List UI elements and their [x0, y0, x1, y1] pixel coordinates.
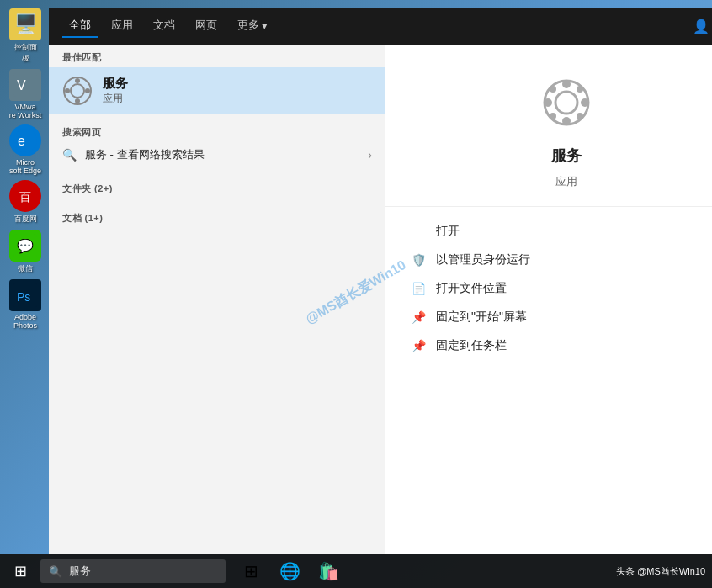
svg-point-19 — [562, 117, 571, 125]
shield-icon: 🛡️ — [411, 252, 426, 268]
svg-text:💬: 💬 — [17, 238, 34, 254]
store-icon: 🛍️ — [318, 561, 339, 581]
svg-text:Ps: Ps — [17, 290, 30, 304]
taskbar-right: 头条 @MS酋长Win10 — [616, 565, 712, 578]
search-topbar-right: 👤 ••• — [693, 19, 712, 34]
right-panel-subtitle: 应用 — [555, 174, 577, 189]
desktop-icon-control-panel[interactable]: 🖥️ 控制面板 — [3, 8, 47, 64]
best-match-info: 服务 应用 — [103, 76, 128, 106]
web-search-item[interactable]: 🔍 服务 - 查看网络搜索结果 › — [49, 142, 385, 167]
doc-section-label: 文档 (1+) — [49, 205, 385, 228]
svg-point-23 — [577, 113, 583, 119]
chevron-down-icon: ▾ — [262, 19, 268, 32]
right-panel-title: 服务 — [551, 146, 582, 166]
svg-point-21 — [581, 98, 589, 107]
search-topbar: 全部 应用 文档 网页 更多 ▾ 👤 ••• — [49, 8, 712, 45]
task-view-icon: ⊞ — [244, 561, 258, 581]
context-menu-run-admin[interactable]: 🛡️ 以管理员身份运行 — [385, 246, 712, 274]
open-icon — [411, 224, 426, 239]
taskbar-search-box[interactable]: 🔍 服务 — [40, 559, 226, 583]
web-search-section: 搜索网页 🔍 服务 - 查看网络搜索结果 › — [49, 114, 385, 172]
tab-all[interactable]: 全部 — [62, 14, 98, 38]
folder-section: 文件夹 (2+) — [49, 172, 385, 202]
svg-point-20 — [544, 98, 552, 107]
search-overlay: 全部 应用 文档 网页 更多 ▾ 👤 ••• 最佳匹配 — [49, 8, 712, 554]
services-large-icon — [542, 78, 591, 137]
tab-apps[interactable]: 应用 — [104, 14, 140, 38]
run-admin-label: 以管理员身份运行 — [436, 252, 530, 268]
folder-section-label: 文件夹 (2+) — [49, 176, 385, 199]
desktop-icon-photoshop[interactable]: Ps AdobePhotos — [3, 279, 47, 330]
search-content: 最佳匹配 服务 — [49, 45, 712, 554]
desktop-icon-wechat[interactable]: 💬 微信 — [3, 230, 47, 274]
tab-more[interactable]: 更多 ▾ — [231, 14, 274, 38]
arrow-right-icon: › — [368, 148, 372, 162]
taskbar-search-text: 服务 — [69, 564, 91, 579]
user-icon[interactable]: 👤 — [693, 19, 709, 34]
taskbar-store[interactable]: 🛍️ — [310, 554, 347, 588]
best-match-item[interactable]: 服务 应用 — [49, 67, 385, 114]
svg-point-25 — [550, 113, 556, 119]
open-location-label: 打开文件位置 — [436, 281, 507, 296]
svg-point-12 — [75, 78, 80, 83]
taskbar-tray-label: 头条 @MS酋长Win10 — [616, 565, 705, 578]
desktop-icon-baidu[interactable]: 百 百度网 — [3, 180, 47, 225]
taskbar-task-view[interactable]: ⊞ — [232, 554, 269, 588]
taskbar: ⊞ 🔍 服务 ⊞ 🌐 🛍️ 头条 @MS酋长Win10 — [0, 554, 712, 588]
svg-point-14 — [65, 88, 70, 93]
taskbar-edge[interactable]: 🌐 — [271, 554, 308, 588]
best-match-title: 服务 — [103, 76, 128, 92]
svg-text:V: V — [17, 78, 26, 93]
desktop-icons: 🖥️ 控制面板 V VMware Workst e Microsoft Edge… — [0, 0, 50, 588]
open-label: 打开 — [436, 224, 460, 239]
start-button[interactable]: ⊞ — [0, 554, 40, 588]
svg-point-15 — [85, 88, 90, 93]
web-search-text: 服务 - 查看网络搜索结果 — [85, 147, 205, 162]
edge-taskbar-icon: 🌐 — [279, 561, 300, 581]
search-right-info: 服务 应用 — [385, 45, 712, 207]
pin-start-label: 固定到"开始"屏幕 — [436, 310, 527, 325]
doc-section: 文档 (1+) — [49, 202, 385, 231]
desktop: 🖥️ 控制面板 V VMware Workst e Microsoft Edge… — [0, 0, 712, 588]
web-section-label: 搜索网页 — [49, 119, 385, 142]
tab-web[interactable]: 网页 — [189, 14, 224, 38]
file-location-icon: 📄 — [411, 281, 426, 296]
taskbar-search-icon: 🔍 — [49, 565, 62, 578]
svg-point-24 — [577, 86, 583, 93]
svg-point-11 — [71, 84, 84, 98]
best-match-subtitle: 应用 — [103, 92, 128, 106]
context-menu-open-location[interactable]: 📄 打开文件位置 — [385, 274, 712, 303]
services-icon — [62, 76, 93, 106]
taskbar-apps: ⊞ 🌐 🛍️ — [232, 554, 347, 588]
svg-point-13 — [75, 98, 80, 103]
search-web-icon: 🔍 — [62, 148, 77, 162]
svg-point-22 — [550, 86, 556, 93]
context-menu-pin-taskbar[interactable]: 📌 固定到任务栏 — [385, 331, 712, 360]
svg-point-18 — [562, 80, 571, 88]
svg-point-17 — [555, 92, 577, 114]
pin-taskbar-label: 固定到任务栏 — [436, 338, 507, 353]
pin-start-icon: 📌 — [411, 310, 426, 325]
best-match-label: 最佳匹配 — [49, 45, 385, 67]
desktop-icon-edge[interactable]: e Microsoft Edge — [3, 124, 47, 175]
pin-taskbar-icon: 📌 — [411, 338, 426, 353]
context-menu-open[interactable]: 打开 — [385, 217, 712, 246]
svg-text:百: 百 — [19, 190, 31, 204]
search-left-panel: 最佳匹配 服务 — [49, 45, 385, 554]
context-menu: 打开 🛡️ 以管理员身份运行 📄 打开文件位置 📌 固定到"开始"屏幕 — [385, 207, 712, 370]
context-menu-pin-start[interactable]: 📌 固定到"开始"屏幕 — [385, 303, 712, 331]
windows-icon: ⊞ — [14, 562, 27, 580]
tab-docs[interactable]: 文档 — [146, 14, 182, 38]
search-right-panel: 服务 应用 打开 🛡️ 以管理员身份运行 📄 打开文件位置 — [385, 45, 712, 554]
desktop-icon-vmware[interactable]: V VMware Workst — [3, 69, 47, 119]
svg-text:e: e — [18, 134, 25, 148]
